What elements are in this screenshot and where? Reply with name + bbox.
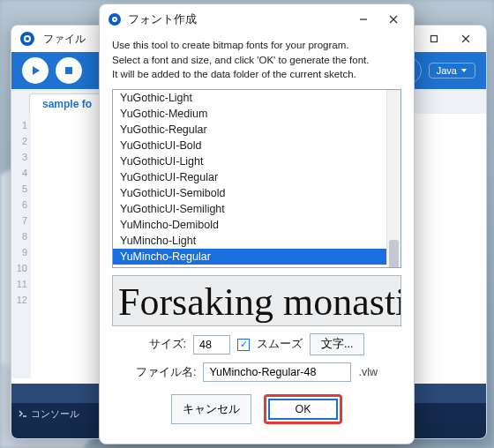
filename-ext: .vlw — [358, 366, 378, 378]
font-list-item[interactable]: YuGothic-Regular — [113, 122, 400, 138]
font-list-item[interactable]: ZWAdobeF — [113, 265, 400, 268]
svg-rect-1 — [431, 36, 438, 42]
svg-marker-11 — [461, 69, 467, 72]
dialog-close-button[interactable] — [382, 8, 405, 31]
size-row: サイズ: ✓ スムーズ 文字... — [112, 333, 401, 355]
font-list-item[interactable]: YuGothicUI-Regular — [113, 169, 400, 185]
font-list-item[interactable]: YuMincho-Regular — [113, 249, 400, 265]
font-preview: Forsaking monastic — [112, 275, 401, 326]
sketch-tab-label: sample fo — [42, 98, 92, 110]
mode-selector[interactable]: Java — [429, 63, 475, 78]
scrollbar-thumb[interactable] — [389, 240, 399, 268]
font-listbox[interactable]: YuGothic-LightYuGothic-MediumYuGothic-Re… — [112, 89, 401, 268]
ok-highlight: OK — [264, 394, 341, 424]
dialog-titlebar: フォント作成 — [100, 4, 414, 34]
processing-logo-icon — [109, 13, 121, 26]
font-list-item[interactable]: YuGothicUI-Bold — [113, 138, 400, 153]
filename-label: ファイル名: — [136, 365, 196, 380]
console-tab-label: コンソール — [31, 407, 79, 421]
font-list-item[interactable]: YuGothic-Light — [113, 90, 400, 106]
main-close-button[interactable] — [454, 27, 477, 50]
font-list-item[interactable]: YuMincho-Light — [113, 233, 400, 249]
svg-marker-4 — [33, 66, 40, 75]
cancel-button[interactable]: キャンセル — [171, 394, 251, 424]
font-list-item[interactable]: YuGothic-Medium — [113, 106, 400, 122]
processing-logo-icon — [20, 32, 34, 46]
size-label: サイズ: — [149, 337, 186, 352]
smooth-checkbox[interactable]: ✓ — [237, 339, 250, 351]
filename-input[interactable] — [203, 362, 351, 382]
size-input[interactable] — [193, 335, 230, 355]
font-list-item[interactable]: YuMincho-Demibold — [113, 217, 400, 233]
menu-file[interactable]: ファイル — [43, 32, 86, 47]
stop-button[interactable] — [56, 57, 82, 84]
main-maximize-button[interactable] — [423, 27, 445, 50]
smooth-label: スムーズ — [257, 337, 303, 352]
dialog-title: フォント作成 — [128, 12, 197, 27]
line-gutter: 123456789101112 — [11, 114, 31, 378]
font-list-item[interactable]: YuGothicUI-Semilight — [113, 201, 400, 217]
filename-row: ファイル名: .vlw — [112, 362, 401, 382]
dialog-minimize-button[interactable] — [352, 8, 375, 31]
font-list-item[interactable]: YuGothicUI-Light — [113, 153, 400, 169]
dialog-actions: キャンセル OK — [112, 389, 401, 435]
characters-button[interactable]: 文字... — [310, 333, 364, 355]
sketch-tab[interactable]: sample fo — [29, 93, 105, 114]
font-list-scrollbar[interactable] — [386, 90, 400, 267]
console-icon — [19, 409, 27, 418]
ok-button[interactable]: OK — [268, 399, 337, 420]
dialog-help-text: Use this tool to create bitmap fonts for… — [112, 38, 401, 82]
font-list-item[interactable]: YuGothicUI-Semibold — [113, 185, 400, 201]
mode-label: Java — [437, 65, 457, 76]
console-tab[interactable]: コンソール — [19, 407, 79, 421]
run-button[interactable] — [22, 57, 49, 84]
svg-rect-5 — [65, 67, 72, 74]
create-font-dialog: フォント作成 Use this tool to create bitmap fo… — [99, 4, 415, 444]
chevron-down-icon — [460, 67, 468, 74]
